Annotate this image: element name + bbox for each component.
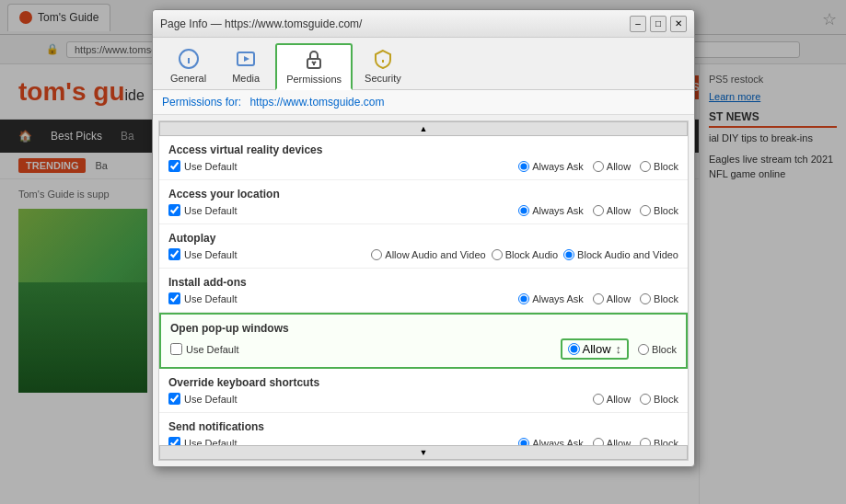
scroll-up-arrow[interactable]: ▲ [159, 121, 688, 136]
perm-location-title: Access your location [168, 188, 678, 200]
permissions-list: ▲ Access virtual reality devices Use Def… [158, 120, 689, 461]
minimize-button[interactable]: – [630, 16, 646, 32]
tab-permissions[interactable]: Permissions [275, 43, 353, 90]
info-icon [178, 48, 200, 70]
perm-vr-checkbox[interactable] [168, 160, 180, 172]
perm-location-allow[interactable]: Allow [593, 205, 631, 216]
perm-popup-controls: Use Default Allow ↕ Block [170, 338, 677, 360]
perm-popup-checkbox[interactable] [170, 343, 182, 355]
tab-general[interactable]: General [160, 43, 216, 89]
tab-general-label: General [170, 73, 206, 84]
perm-addons-options: Always Ask Allow Block [518, 293, 678, 304]
perm-vr-controls: Use Default Always Ask Allow Block [168, 160, 678, 172]
tab-security[interactable]: Security [354, 43, 411, 89]
perm-autoplay-block-audio[interactable]: Block Audio [492, 249, 558, 260]
tab-media-label: Media [232, 73, 260, 84]
perm-row-popup: Open pop-up windows Use Default Allow ↕ … [159, 313, 688, 369]
perm-vr-always-ask[interactable]: Always Ask [518, 161, 584, 172]
perm-autoplay-use-default[interactable]: Use Default [168, 248, 251, 260]
svg-marker-4 [244, 56, 249, 62]
perm-location-options: Always Ask Allow Block [518, 205, 678, 216]
perm-notifications-title: Send notifications [168, 420, 678, 433]
perm-autoplay-allow-audio-video[interactable]: Allow Audio and Video [371, 249, 485, 260]
perm-addons-allow[interactable]: Allow [593, 293, 631, 304]
perm-autoplay-options: Allow Audio and Video Block Audio Block … [371, 249, 678, 260]
perm-row-autoplay: Autoplay Use Default Allow Audio and Vid… [159, 224, 688, 269]
perm-popup-allow-highlighted[interactable]: Allow ↕ [561, 338, 630, 360]
perm-keyboard-block[interactable]: Block [640, 394, 678, 405]
perm-location-use-default[interactable]: Use Default [168, 204, 251, 216]
page-info-dialog: Page Info — https://www.tomsguide.com/ –… [152, 9, 695, 467]
tab-security-label: Security [365, 73, 401, 84]
perm-popup-allow-radio[interactable] [568, 343, 580, 355]
permissions-for-label: Permissions for: [162, 96, 241, 109]
perm-vr-block[interactable]: Block [640, 161, 678, 172]
close-button[interactable]: ✕ [670, 16, 687, 32]
perm-vr-use-default[interactable]: Use Default [168, 160, 251, 172]
perm-addons-checkbox[interactable] [168, 292, 180, 304]
perm-location-always-ask[interactable]: Always Ask [518, 205, 584, 216]
perm-addons-block[interactable]: Block [640, 293, 678, 304]
perm-addons-always-ask[interactable]: Always Ask [518, 293, 584, 304]
perm-autoplay-controls: Use Default Allow Audio and Video Block … [168, 248, 678, 260]
tab-permissions-label: Permissions [286, 74, 342, 85]
perm-autoplay-title: Autoplay [168, 232, 678, 245]
perm-location-block[interactable]: Block [640, 205, 678, 216]
perm-row-keyboard: Override keyboard shortcuts Use Default … [159, 369, 688, 413]
perm-keyboard-allow[interactable]: Allow [593, 394, 631, 405]
restore-button[interactable]: □ [650, 16, 666, 32]
permissions-icon [303, 49, 325, 71]
perm-autoplay-checkbox[interactable] [168, 248, 180, 260]
permissions-for-bar: Permissions for: https://www.tomsguide.c… [153, 90, 694, 115]
perm-row-location: Access your location Use Default Always … [159, 180, 688, 224]
perm-autoplay-block-audio-video[interactable]: Block Audio and Video [563, 249, 678, 260]
perm-addons-title: Install add-ons [168, 276, 678, 289]
tab-media[interactable]: Media [218, 43, 273, 89]
dialog-controls: – □ ✕ [630, 16, 687, 32]
dialog-title: Page Info — https://www.tomsguide.com/ [160, 17, 362, 30]
perm-keyboard-options: Allow Block [593, 394, 678, 405]
perm-vr-title: Access virtual reality devices [168, 143, 678, 156]
media-icon [235, 48, 257, 70]
dialog-titlebar: Page Info — https://www.tomsguide.com/ –… [153, 10, 694, 38]
perm-addons-controls: Use Default Always Ask Allow Block [168, 292, 678, 304]
perm-row-vr: Access virtual reality devices Use Defau… [159, 136, 688, 180]
perm-row-addons: Install add-ons Use Default Always Ask A… [159, 269, 688, 313]
perm-keyboard-title: Override keyboard shortcuts [168, 376, 678, 389]
perm-keyboard-use-default[interactable]: Use Default [168, 393, 251, 405]
perm-location-checkbox[interactable] [168, 204, 180, 216]
perm-keyboard-controls: Use Default Allow Block [168, 393, 678, 405]
perm-addons-use-default[interactable]: Use Default [168, 292, 251, 304]
perm-popup-block[interactable]: Block [638, 344, 677, 355]
scroll-down-arrow[interactable]: ▼ [159, 445, 688, 460]
perm-location-controls: Use Default Always Ask Allow Block [168, 204, 678, 216]
perm-popup-use-default[interactable]: Use Default [170, 343, 253, 355]
perm-vr-options: Always Ask Allow Block [518, 161, 678, 172]
perm-popup-title: Open pop-up windows [170, 322, 677, 335]
security-icon [372, 48, 394, 70]
permissions-for-url: https://www.tomsguide.com [249, 96, 384, 109]
perm-vr-allow[interactable]: Allow [593, 161, 631, 172]
perm-popup-options: Allow ↕ Block [561, 338, 677, 360]
dialog-tab-bar: General Media Permissions [153, 38, 694, 90]
perm-keyboard-checkbox[interactable] [168, 393, 180, 405]
